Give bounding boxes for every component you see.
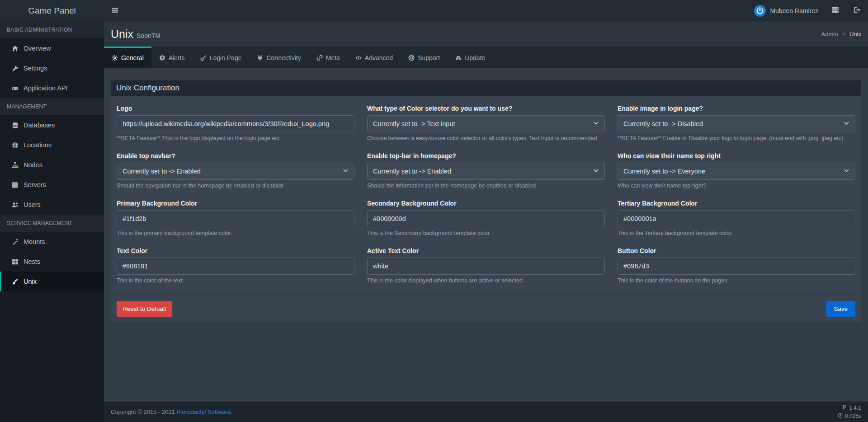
content-header: UnixSoonTM Admin > Unix <box>104 21 868 47</box>
sidebar-item-label: Overview <box>24 45 51 52</box>
sitemap-icon <box>11 162 19 169</box>
page-title-text: Unix <box>111 28 133 40</box>
breadcrumb-current: Unix <box>849 31 861 38</box>
field-help: This is the color of the text. <box>117 277 354 284</box>
tab-meta[interactable]: Meta <box>309 47 348 68</box>
panel-fields: Logo**BETA Feature** This is the logo di… <box>111 96 861 295</box>
user-avatar <box>754 5 766 17</box>
sidebar-item-unix[interactable]: Unix <box>0 272 104 291</box>
tab-label: Meta <box>326 54 340 61</box>
field-help: **BETA Feature** Enable or Disable your … <box>618 135 855 141</box>
field-help: **BETA Feature** This is the logo displa… <box>117 135 354 141</box>
field-label: What type of Color selector do you want … <box>367 105 605 112</box>
what-type-of-color-selector-do-you-want-to-use-select[interactable]: Currently set to -> Text input <box>367 115 605 132</box>
field-secondary-background-color: Secondary Background ColorThis is the Se… <box>367 200 605 236</box>
sidebar-item-users[interactable]: Users <box>0 195 104 215</box>
user-menu[interactable]: Mubeen Ramirez <box>748 0 825 21</box>
field-label: Primary Background Color <box>117 200 354 207</box>
sidebar-item-label: Nodes <box>24 161 42 169</box>
server-rack-icon <box>832 6 839 15</box>
logo-input[interactable] <box>117 115 354 132</box>
app-logo[interactable]: Game Panel <box>0 0 104 21</box>
tab-alerts[interactable]: Alerts <box>151 47 193 68</box>
enable-top-navbar-select[interactable]: Currently set to -> Enabled <box>117 163 354 180</box>
select-value: Currently set to -> Text input <box>373 120 455 127</box>
chevron-down-icon <box>844 168 849 175</box>
copyright-period: . <box>231 408 232 415</box>
config-panel: Unix Configuration Logo**BETA Feature** … <box>111 80 861 322</box>
save-button[interactable]: Save <box>826 301 855 317</box>
key-icon <box>200 55 207 61</box>
chevron-down-icon <box>343 168 349 175</box>
th-large-icon <box>11 258 19 265</box>
text-color-input[interactable] <box>117 258 354 275</box>
sign-out-icon <box>854 6 861 15</box>
version-row: 1.4.1 <box>838 404 861 412</box>
sidebar-section-basic-administration: BASIC ADMINISTRATION <box>0 21 104 38</box>
sidebar-item-label: Unix <box>24 278 37 285</box>
tab-login-page[interactable]: Login Page <box>193 47 250 68</box>
sidebar-item-settings[interactable]: Settings <box>0 58 104 78</box>
field-help: This is the Tertiary background template… <box>618 230 855 236</box>
field-label: Tertiary Background Color <box>618 200 855 207</box>
life-ring-icon <box>408 55 415 61</box>
sidebar-item-databases[interactable]: Databases <box>0 115 104 135</box>
button-color-input[interactable] <box>618 258 855 275</box>
secondary-background-color-input[interactable] <box>367 210 605 227</box>
logout-button[interactable] <box>846 0 868 21</box>
field-help: This is the color displayed when buttons… <box>367 277 605 284</box>
sidebar-item-nodes[interactable]: Nodes <box>0 155 104 175</box>
tab-update[interactable]: Update <box>448 47 493 68</box>
sidebar-item-mounts[interactable]: Mounts <box>0 232 104 252</box>
sidebar-item-label: Locations <box>24 141 52 149</box>
field-help: This is the primary background template … <box>117 230 354 236</box>
breadcrumb: Admin > Unix <box>821 31 861 38</box>
tab-general[interactable]: General <box>104 47 151 68</box>
page-footer: Copyright © 2015 - 2021 Pterodactyl Soft… <box>104 401 868 422</box>
tab-advanced[interactable]: Advanced <box>348 47 401 68</box>
home-icon <box>11 45 19 52</box>
sidebar-item-label: Settings <box>24 65 47 72</box>
pterodactyl-link[interactable]: Pterodactyl Software <box>176 408 231 415</box>
field-help: Who can view their name top right? <box>618 183 855 189</box>
sidebar-item-servers[interactable]: Servers <box>0 175 104 195</box>
hamburger-icon <box>112 7 118 15</box>
link-icon <box>316 55 323 61</box>
enable-image-in-login-page-select[interactable]: Currently set to -> Disabled <box>618 115 855 132</box>
copyright-text: Copyright © 2015 - 2021 <box>111 408 176 415</box>
pterodactyl-icon <box>842 404 847 412</box>
version-info: 1.4.1 0.025s <box>838 404 861 420</box>
breadcrumb-admin-link[interactable]: Admin <box>821 31 838 38</box>
field-help: Choose between a easy-to-use color selec… <box>367 135 605 141</box>
reset-button[interactable]: Reset to Defualt <box>117 301 172 317</box>
tertiary-background-color-input[interactable] <box>618 210 855 227</box>
sidebar-item-label: Application API <box>24 84 68 92</box>
sidebar-item-application-api[interactable]: Application API <box>0 78 104 98</box>
wrench-icon <box>11 65 19 72</box>
active-text-color-input[interactable] <box>367 258 605 275</box>
servers-button[interactable] <box>825 0 846 21</box>
enable-top-bar-in-homepage-select[interactable]: Currently set to -> Enabled <box>367 163 605 180</box>
render-time: 0.025s <box>845 412 861 420</box>
sidebar-item-locations[interactable]: Locations <box>0 135 104 155</box>
sidebar-toggle-button[interactable] <box>104 0 126 21</box>
primary-background-color-input[interactable] <box>117 210 354 227</box>
field-label: Enable image in login page? <box>618 105 855 112</box>
who-can-view-their-name-top-right-select[interactable]: Currently set to -> Everyone <box>618 163 855 180</box>
field-help: Should the information bar in the homepa… <box>367 183 605 189</box>
field-what-type-of-color-selector-do-you-want-to-use: What type of Color selector do you want … <box>367 105 605 141</box>
tab-support[interactable]: Support <box>401 47 448 68</box>
tab-connectivity[interactable]: Connectivity <box>249 47 308 68</box>
sidebar-item-overview[interactable]: Overview <box>0 38 104 58</box>
app-root: Game Panel Mubeen Ramirez <box>0 0 868 422</box>
field-primary-background-color: Primary Background ColorThis is the prim… <box>117 200 354 236</box>
tab-label: Connectivity <box>266 54 301 61</box>
clock-icon <box>838 412 843 420</box>
version-number: 1.4.1 <box>849 404 861 412</box>
plus-circle-icon <box>159 55 165 61</box>
cloud-download-icon <box>455 55 462 61</box>
sidebar-item-nests[interactable]: Nests <box>0 252 104 272</box>
top-navbar: Mubeen Ramirez <box>104 0 868 21</box>
users-icon <box>11 202 19 208</box>
tab-label: General <box>121 54 144 61</box>
